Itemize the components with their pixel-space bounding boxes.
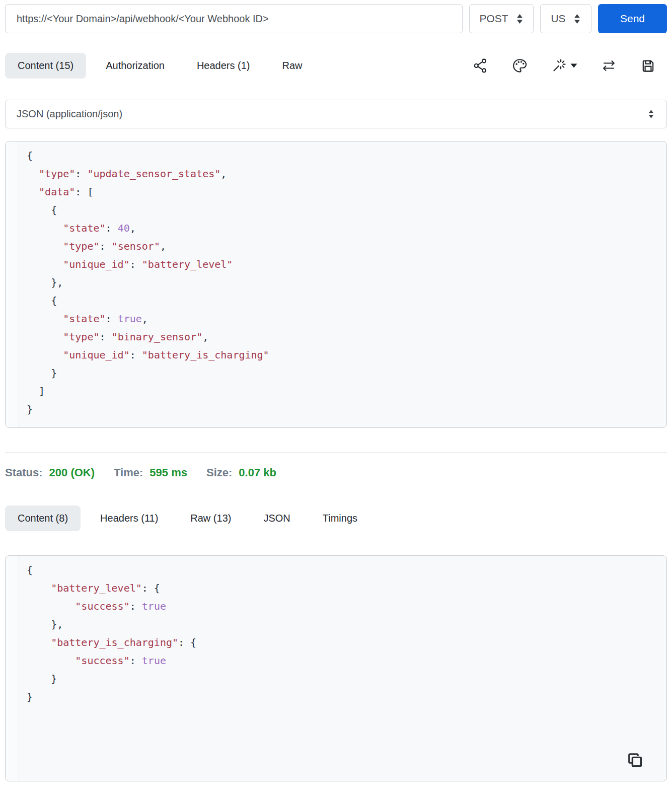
send-button[interactable]: Send: [598, 4, 667, 33]
response-tab-timings[interactable]: Timings: [310, 505, 370, 531]
status-value: 0.07 kb: [239, 466, 276, 479]
code-line: "data": [: [27, 183, 661, 201]
status-group: Status:200 (OK): [5, 466, 95, 479]
code-line: }: [27, 670, 661, 688]
request-tabs: Content (15)AuthorizationHeaders (1)Raw: [5, 53, 315, 79]
code-line: "battery_is_charging": {: [27, 633, 661, 652]
request-tab-headers-1[interactable]: Headers (1): [184, 53, 263, 79]
code-line: "success": true: [27, 652, 661, 670]
response-tabs: Content (8)Headers (11)Raw (13)JSONTimin…: [5, 505, 370, 531]
code-line: {: [27, 201, 661, 219]
viewer-gutter: [6, 556, 19, 781]
divider: [5, 452, 667, 453]
chevron-down-icon: [570, 63, 577, 68]
magic-wand-icon[interactable]: [551, 58, 577, 74]
code-line: {: [27, 561, 661, 579]
code-line: {: [27, 147, 661, 165]
code-line: },: [27, 273, 661, 292]
response-tab-json[interactable]: JSON: [251, 505, 303, 531]
api-tester-page: https://<Your Domain>/api/webhook/<Your …: [0, 0, 672, 781]
code-line: "unique_id": "battery_is_charging": [27, 346, 661, 364]
request-toolbar: [473, 58, 667, 74]
body-type-select-value: JSON (application/json): [17, 108, 122, 120]
response-tab-raw-13[interactable]: Raw (13): [178, 505, 244, 531]
code-line: "success": true: [27, 597, 661, 615]
code-line: {: [27, 292, 661, 310]
status-value: 200 (OK): [49, 466, 95, 479]
code-line: }: [27, 688, 661, 706]
response-tab-content-8[interactable]: Content (8): [5, 505, 81, 531]
status-group: Size:0.07 kb: [206, 466, 276, 479]
request-tab-authorization[interactable]: Authorization: [93, 53, 177, 79]
status-label: Time:: [114, 466, 143, 479]
request-url-row: https://<Your Domain>/api/webhook/<Your …: [5, 4, 667, 33]
updown-caret-icon: [648, 109, 654, 119]
code-line: "unique_id": "battery_level": [27, 255, 661, 273]
request-body-panel: { "type": "update_sensor_states", "data"…: [5, 141, 667, 428]
url-input[interactable]: https://<Your Domain>/api/webhook/<Your …: [5, 4, 463, 33]
request-tab-content-15[interactable]: Content (15): [5, 53, 86, 79]
response-body-viewer: { "battery_level": { "success": true }, …: [19, 556, 666, 781]
region-select-value: US: [551, 13, 565, 25]
method-select[interactable]: POST: [469, 4, 534, 33]
copy-icon[interactable]: [626, 751, 644, 771]
palette-icon[interactable]: [512, 58, 528, 74]
response-status-bar: Status:200 (OK)Time:595 msSize:0.07 kb: [5, 466, 667, 479]
request-tab-raw[interactable]: Raw: [270, 53, 315, 79]
code-line: }: [27, 364, 661, 382]
body-type-select[interactable]: JSON (application/json): [5, 100, 667, 128]
code-line: "type": "binary_sensor",: [27, 328, 661, 346]
status-value: 595 ms: [150, 466, 187, 479]
code-line: ]: [27, 382, 661, 400]
status-label: Status:: [5, 466, 43, 479]
region-select[interactable]: US: [540, 4, 591, 33]
code-line: "state": true,: [27, 310, 661, 328]
code-line: "state": 40,: [27, 219, 661, 237]
code-line: "battery_level": {: [27, 579, 661, 597]
code-line: "type": "update_sensor_states",: [27, 165, 661, 183]
method-select-value: POST: [479, 13, 508, 25]
updown-caret-icon: [516, 13, 524, 25]
response-tab-headers-11[interactable]: Headers (11): [88, 505, 171, 531]
editor-gutter: [6, 141, 19, 427]
share-icon[interactable]: [473, 58, 488, 74]
request-body-editor[interactable]: { "type": "update_sensor_states", "data"…: [19, 141, 666, 427]
request-tabs-row: Content (15)AuthorizationHeaders (1)Raw: [5, 53, 667, 79]
code-line: "type": "sensor",: [27, 237, 661, 255]
status-group: Time:595 ms: [114, 466, 187, 479]
status-label: Size:: [206, 466, 232, 479]
save-icon[interactable]: [640, 58, 656, 74]
updown-caret-icon: [573, 13, 581, 25]
code-line: }: [27, 400, 661, 418]
response-body-panel: { "battery_level": { "success": true }, …: [5, 555, 667, 781]
code-line: },: [27, 615, 661, 633]
response-tabs-row: Content (8)Headers (11)Raw (13)JSONTimin…: [5, 505, 667, 531]
swap-icon[interactable]: [601, 58, 617, 74]
